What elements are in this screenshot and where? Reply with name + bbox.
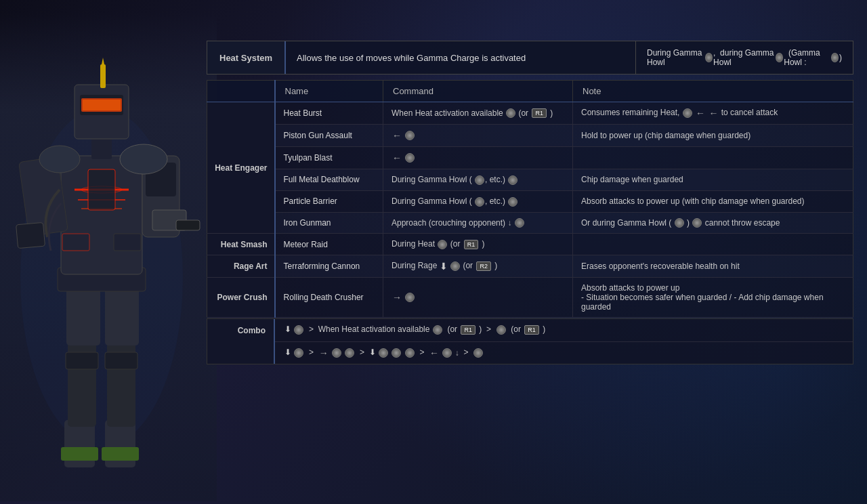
circle-icon	[405, 348, 415, 358]
note-rolling: Absorb attacks to power up - Situation b…	[573, 278, 853, 318]
col-category	[207, 81, 275, 102]
svg-rect-4	[102, 447, 139, 461]
rage-icon: ⬇	[440, 261, 448, 272]
combo-content-1: ⬇ > When Heat activation available (or R…	[275, 319, 853, 342]
command-particle: During Gamma Howl ( , etc.)	[383, 190, 573, 212]
command-fullmetal: During Gamma Howl ( , etc.)	[383, 169, 573, 191]
heat-system-desc-text: Allows the use of moves while Gamma Char…	[297, 53, 526, 63]
category-rage-art: Rage Art	[207, 255, 275, 278]
circle-icon	[515, 218, 524, 228]
arrow-left-icon: ←	[392, 152, 402, 163]
move-name-meteor: Meteor Raid	[275, 234, 383, 255]
note-fullmetal: Chip damage when guarded	[573, 169, 853, 191]
circle-icon	[506, 108, 515, 118]
combo-content-2: ⬇ > → > ⬇ > ← ↓ >	[275, 342, 853, 364]
r1-button: R1	[461, 325, 475, 335]
move-name-fullmetal: Full Metal Deathblow	[275, 169, 383, 191]
svg-rect-8	[105, 352, 138, 369]
move-name-iron: Iron Gunman	[275, 212, 383, 234]
circle-icon	[508, 197, 517, 207]
command-heat-burst: When Heat activation available (or R1 )	[383, 102, 573, 125]
r1-button: R1	[532, 108, 547, 118]
circle-icon	[345, 348, 354, 358]
combo-icon-3: ⬇	[369, 348, 376, 357]
arrow-left-icon: ←	[429, 348, 439, 358]
combo-label-2	[207, 342, 275, 364]
note-piston: Hold to power up (chip damage when guard…	[573, 125, 853, 147]
content-area: Heat System Allows the use of moves whil…	[207, 41, 853, 364]
svg-rect-17	[88, 169, 115, 210]
arrow-left-icon: ←	[392, 130, 402, 141]
combo-icon-1: ⬇	[284, 324, 291, 334]
circle-icon	[379, 348, 388, 358]
circle-icon	[473, 348, 483, 358]
character-area	[0, 0, 217, 504]
circle-icon	[438, 240, 447, 249]
r1-button: R1	[464, 240, 479, 249]
r2-button: R2	[476, 261, 491, 271]
circle-icon	[332, 348, 341, 358]
move-name-tyulpan: Tyulpan Blast	[275, 147, 383, 169]
category-heat-engager: Heat Engager	[207, 102, 275, 234]
table-row: Rage Art Terraforming Cannon During Rage…	[207, 255, 853, 278]
combo-icon-2: ⬇	[284, 348, 291, 357]
svg-rect-3	[61, 447, 98, 461]
circle-icon	[450, 261, 460, 271]
table-row: Full Metal Deathblow During Gamma Howl (…	[207, 169, 853, 191]
circle-icon	[475, 197, 484, 207]
move-name-heat-burst: Heat Burst	[275, 102, 383, 125]
arrow-icon: →	[319, 348, 329, 358]
table-header-row: Name Command Note	[207, 81, 853, 102]
down-icon: ↓	[455, 348, 459, 358]
circle-icon	[405, 153, 415, 163]
col-note: Note	[573, 81, 853, 102]
circle-icon	[692, 218, 702, 228]
table-row: Heat Engager Heat Burst When Heat activa…	[207, 102, 853, 125]
circle-icon	[294, 325, 303, 335]
table-row: Particle Barrier During Gamma Howl ( , e…	[207, 190, 853, 212]
svg-rect-21	[176, 220, 200, 230]
table-row: Piston Gun Assault ← Hold to power up (c…	[207, 125, 853, 147]
circle-icon-2	[776, 53, 783, 62]
category-power-crush: Power Crush	[207, 278, 275, 318]
r1-button: R1	[524, 325, 539, 335]
combo-row-2: ⬇ > → > ⬇ > ← ↓ >	[207, 342, 853, 364]
arrow-left-icon-2: ←	[709, 108, 718, 119]
table-row: Tyulpan Blast ←	[207, 147, 853, 169]
arrow-right-icon: →	[392, 292, 402, 303]
circle-icon	[475, 175, 484, 185]
move-name-particle: Particle Barrier	[275, 190, 383, 212]
move-name-piston: Piston Gun Assault	[275, 125, 383, 147]
circle-icon-1	[705, 53, 713, 62]
moves-table: Name Command Note Heat Engager Heat Burs…	[207, 80, 853, 318]
note-meteor	[573, 234, 853, 255]
col-name: Name	[275, 81, 383, 102]
circle-icon	[294, 348, 303, 358]
note-terra: Erases opponent's recoverable health on …	[573, 255, 853, 278]
svg-rect-7	[66, 352, 98, 369]
command-meteor: During Heat (or R1 )	[383, 234, 573, 255]
command-iron: Approach (crouching opponent) ↓	[383, 212, 573, 234]
table-row: Heat Smash Meteor Raid During Heat (or R…	[207, 234, 853, 255]
category-heat-smash: Heat Smash	[207, 234, 275, 255]
circle-icon	[508, 175, 517, 185]
note-iron: Or during Gamma Howl ( ) cannot throw es…	[573, 212, 853, 234]
svg-rect-34	[114, 234, 141, 251]
note-tyulpan	[573, 147, 853, 169]
combo-label: Combo	[207, 319, 275, 342]
circle-icon	[405, 293, 415, 302]
command-rolling: →	[383, 278, 573, 318]
command-piston: ←	[383, 125, 573, 147]
command-tyulpan: ←	[383, 147, 573, 169]
table-row: Iron Gunman Approach (crouching opponent…	[207, 212, 853, 234]
circle-icon-3	[831, 53, 839, 62]
svg-rect-23	[16, 222, 45, 248]
heat-system-extra: During Gamma Howl , during Gamma Howl (G…	[636, 41, 853, 74]
note-particle: Absorb attacks to power up (with chip da…	[573, 190, 853, 212]
move-name-rolling: Rolling Death Crusher	[275, 278, 383, 318]
down-icon: ↓	[507, 218, 511, 228]
col-command: Command	[383, 81, 573, 102]
note-heat-burst: Consumes remaining Heat, ← ← to cancel a…	[573, 102, 853, 125]
svg-rect-33	[62, 234, 89, 251]
combo-row-1: Combo ⬇ > When Heat activation available…	[207, 319, 853, 342]
